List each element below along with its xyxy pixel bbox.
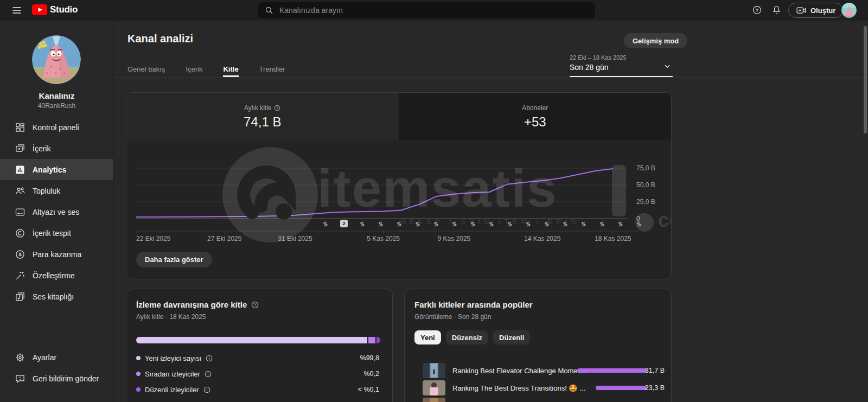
- shorts-icon[interactable]: S: [579, 220, 589, 229]
- content-icon: [15, 143, 25, 154]
- metric-value: +53: [524, 114, 546, 130]
- shorts-icon[interactable]: S: [524, 220, 533, 229]
- tab-kitle[interactable]: Kitle: [223, 66, 238, 77]
- svg-text:?: ?: [756, 8, 758, 13]
- sidebar-item-feedback[interactable]: Geri bildirim gönder: [0, 368, 113, 389]
- video-row[interactable]: Ranking The Best Dress Transitions! 🤩 ..…: [423, 380, 665, 395]
- metric-tab-aboneler[interactable]: Aboneler+53: [399, 93, 672, 141]
- legend-row: Sıradan izleyiciler%0,2: [136, 369, 379, 379]
- dashboard-icon: [15, 122, 25, 133]
- studio-brand[interactable]: Studio: [32, 4, 78, 15]
- shorts-icon[interactable]: S: [487, 220, 496, 229]
- help-button[interactable]: ?: [752, 5, 762, 15]
- x-axis-label: 5 Kas 2025: [367, 235, 400, 243]
- bar-segment: [136, 337, 367, 343]
- shorts-icon[interactable]: S: [506, 220, 515, 229]
- shorts-icon[interactable]: S: [432, 220, 441, 229]
- create-label: Oluştur: [810, 7, 835, 15]
- audience-stacked-bar: [136, 337, 380, 343]
- x-axis-label: 27 Eki 2025: [207, 235, 242, 243]
- metric-tabs: Aylık kitle74,1 BAboneler+53: [126, 93, 671, 141]
- shorts-icon[interactable]: S: [561, 220, 570, 229]
- sidebar-item-analytics[interactable]: Analytics: [0, 159, 113, 180]
- legend-value: %99,8: [360, 354, 379, 362]
- shorts-icon[interactable]: S: [635, 220, 644, 229]
- tab-i̇çerik[interactable]: İçerik: [186, 66, 202, 77]
- video-row[interactable]: Ranking Best Elevator Challenge Momen...…: [423, 363, 665, 378]
- shorts-icon[interactable]: S: [376, 220, 386, 229]
- info-icon[interactable]: [206, 355, 213, 362]
- video-views-value: 31,7 B: [645, 367, 665, 374]
- chevron-down-icon: [663, 62, 672, 71]
- shorts-icon[interactable]: S: [358, 220, 367, 229]
- sidebar-item-dashboard[interactable]: Kontrol paneli: [0, 117, 113, 138]
- metric-value: 74,1 B: [244, 114, 281, 130]
- sidebar-item-label: Ayarlar: [33, 353, 56, 362]
- vertical-scrollbar[interactable]: [864, 26, 867, 133]
- shorts-icon[interactable]: S: [395, 220, 404, 229]
- sidebar-item-label: Altyazı ve ses: [33, 208, 79, 216]
- metric-tab-aylik-kitle[interactable]: Aylık kitle74,1 B: [126, 93, 399, 141]
- video-views-bar: [596, 386, 647, 390]
- chip-düzensiz[interactable]: Düzensiz: [446, 330, 488, 344]
- channel-handle: 40RankRush: [0, 102, 113, 110]
- audio-library-icon: [15, 291, 25, 302]
- search-bar[interactable]: [258, 2, 595, 18]
- legend-row: Yeni izleyici sayısı%99,8: [136, 353, 379, 363]
- video-views-value: 23,3 B: [645, 384, 665, 392]
- date-range-selector[interactable]: 22 Eki – 18 Kas 2025 Son 28 gün: [570, 54, 673, 77]
- search-input[interactable]: [279, 6, 589, 15]
- sidebar-item-customization[interactable]: Özelleştirme: [0, 265, 113, 286]
- shorts-icon[interactable]: S: [450, 220, 459, 229]
- advanced-mode-button[interactable]: Gelişmiş mod: [624, 33, 687, 48]
- card-title-text: Farklı kitleler arasında popüler: [414, 300, 533, 309]
- video-thumbnail: [423, 380, 445, 395]
- metric-label: Aboneler: [522, 104, 548, 112]
- shorts-icon[interactable]: S: [469, 220, 478, 229]
- sidebar-item-monetization[interactable]: $Para kazanma: [0, 244, 113, 265]
- sidebar-item-settings[interactable]: Ayarlar: [0, 347, 113, 368]
- user-avatar[interactable]: [841, 3, 857, 18]
- shorts-icon[interactable]: S: [616, 220, 626, 229]
- x-axis-label: 31 Eki 2025: [278, 235, 312, 243]
- x-axis-label: 9 Kas 2025: [438, 235, 471, 243]
- chip-düzenli[interactable]: Düzenli: [493, 330, 530, 344]
- notifications-button[interactable]: [771, 5, 782, 15]
- sidebar-item-copyright[interactable]: İçerik tespit: [0, 222, 113, 244]
- help-icon: ?: [752, 5, 762, 15]
- watch-behavior-title: İzleme davranışına göre kitle: [136, 300, 259, 309]
- create-button[interactable]: Oluştur: [788, 3, 843, 18]
- channel-avatar[interactable]: [32, 35, 81, 84]
- tab-trendler[interactable]: Trendler: [259, 66, 285, 77]
- sidebar-item-audio-library[interactable]: Ses kitaplığı: [0, 286, 113, 307]
- shorts-icon[interactable]: S: [413, 220, 423, 229]
- shorts-icon[interactable]: S: [542, 220, 552, 229]
- audience-line-chart: 75,0 B50,0 B25,0 B022 Eki 202527 Eki 202…: [126, 141, 672, 249]
- x-axis-label: 14 Kas 2025: [524, 235, 561, 243]
- video-title: Ranking The Best Dress Transitions! 🤩 ..…: [452, 384, 585, 392]
- chip-yeni[interactable]: Yeni: [414, 330, 441, 344]
- shorts-icon[interactable]: S: [321, 220, 330, 229]
- info-icon[interactable]: [205, 371, 212, 378]
- show-more-button[interactable]: Daha fazla göster: [136, 252, 212, 267]
- sidebar-item-community[interactable]: Topluluk: [0, 180, 113, 201]
- legend-dot: [136, 387, 141, 392]
- hamburger-menu-button[interactable]: [11, 5, 23, 16]
- bar-segment: [376, 337, 380, 343]
- metric-label-text: Aboneler: [522, 104, 548, 112]
- shorts-icon[interactable]: S: [598, 220, 607, 229]
- legend-row: Düzenli izleyiciler< %0,1: [136, 385, 379, 394]
- video-marker-count-badge[interactable]: 2: [340, 220, 348, 227]
- sidebar-item-content[interactable]: İçerik: [0, 138, 113, 159]
- sidebar-item-label: İçerik tespit: [33, 229, 71, 238]
- info-icon[interactable]: [203, 386, 210, 393]
- video-row[interactable]: [423, 398, 665, 402]
- feedback-icon: [15, 373, 25, 384]
- tab-genel-bakış[interactable]: Genel bakış: [127, 66, 165, 77]
- sidebar-item-label: Ses kitaplığı: [33, 292, 74, 301]
- watch-behavior-subtitle: Aylık kitle · 18 Kas 2025: [136, 313, 206, 321]
- legend-dot: [136, 372, 141, 376]
- metric-label-text: Aylık kitle: [244, 104, 271, 112]
- y-axis-label: 25,0 B: [636, 198, 655, 206]
- sidebar-item-subtitles[interactable]: Altyazı ve ses: [0, 201, 113, 222]
